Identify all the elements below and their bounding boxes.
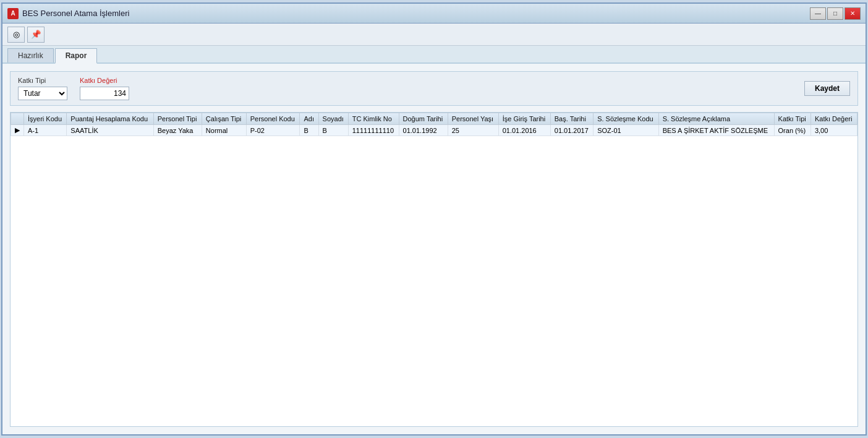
maximize-button[interactable]: □ xyxy=(827,7,843,20)
cell-calisan-tipi: Normal xyxy=(202,125,246,136)
cell-ise-giris: 01.01.2016 xyxy=(498,125,550,136)
cell-personel-kodu: P-02 xyxy=(246,125,300,136)
col-ise-giris: İşe Giriş Tarihi xyxy=(498,113,550,125)
katki-degeri-group: Katkı Değeri xyxy=(80,77,129,100)
tab-hazirlik[interactable]: Hazırlık xyxy=(7,48,54,62)
cell-soyadi: B xyxy=(318,125,348,136)
cell-katki-tipi: Oran (%) xyxy=(774,125,811,136)
content-area: Katkı Tipi Tutar Oran (%) Katkı Değeri K… xyxy=(2,64,866,434)
col-adi: Adı xyxy=(300,113,318,125)
cell-personel-tipi: Beyaz Yaka xyxy=(153,125,202,136)
title-bar: A BES Personel Atama İşlemleri — □ ✕ xyxy=(2,4,866,24)
minimize-button[interactable]: — xyxy=(810,7,826,20)
circle-icon: ◎ xyxy=(13,30,20,39)
col-soyadi: Soyadı xyxy=(318,113,348,125)
col-calisan-tipi: Çalışan Tipi xyxy=(202,113,246,125)
tabs-bar: Hazırlık Rapor xyxy=(2,46,866,64)
window-controls: — □ ✕ xyxy=(810,7,861,20)
cell-s-sozlesme-aciklama: BES A ŞİRKET AKTİF SÖZLEŞME xyxy=(658,125,774,136)
tab-rapor[interactable]: Rapor xyxy=(55,48,98,64)
data-table: İşyeri Kodu Puantaj Hesaplama Kodu Perso… xyxy=(11,113,857,136)
col-personel-kodu: Personel Kodu xyxy=(246,113,300,125)
col-tc-kimlik: TC Kimlik No xyxy=(348,113,399,125)
katki-degeri-input[interactable] xyxy=(80,87,129,100)
toolbar-circle-button[interactable]: ◎ xyxy=(7,27,25,43)
row-selector-cell: ▶ xyxy=(11,125,24,136)
toolbar: ◎ 📌 xyxy=(2,24,866,46)
pin-icon: 📌 xyxy=(31,30,41,39)
katki-tipi-label: Katkı Tipi xyxy=(18,77,67,84)
katki-tipi-select[interactable]: Tutar Oran (%) xyxy=(18,87,67,100)
cell-dogum-tarihi: 01.01.1992 xyxy=(399,125,448,136)
col-bas-tarihi: Baş. Tarihi xyxy=(550,113,593,125)
table-header-row: İşyeri Kodu Puantaj Hesaplama Kodu Perso… xyxy=(11,113,857,125)
col-s-sozlesme-kodu: S. Sözleşme Kodu xyxy=(594,113,659,125)
title-bar-left: A BES Personel Atama İşlemleri xyxy=(7,8,129,19)
cell-katki-degeri: 3,00 xyxy=(811,125,857,136)
cell-s-sozlesme-kodu: SOZ-01 xyxy=(594,125,659,136)
cell-puantaj: SAATLİK xyxy=(67,125,153,136)
katki-degeri-label: Katkı Değeri xyxy=(80,77,129,84)
cell-isyeri-kodu: A-1 xyxy=(24,125,67,136)
col-selector xyxy=(11,113,24,125)
table-row[interactable]: ▶ A-1 SAATLİK Beyaz Yaka Normal P-02 B B… xyxy=(11,125,857,136)
katki-tipi-group: Katkı Tipi Tutar Oran (%) xyxy=(18,77,67,100)
col-s-sozlesme-aciklama: S. Sözleşme Açıklama xyxy=(658,113,774,125)
cell-adi: B xyxy=(300,125,318,136)
table-container: İşyeri Kodu Puantaj Hesaplama Kodu Perso… xyxy=(10,112,858,427)
main-window: A BES Personel Atama İşlemleri — □ ✕ ◎ 📌… xyxy=(1,2,867,436)
window-title: BES Personel Atama İşlemleri xyxy=(22,9,129,18)
col-personel-yasi: Personel Yaşı xyxy=(448,113,498,125)
col-katki-tipi: Katkı Tipi xyxy=(774,113,811,125)
col-personel-tipi: Personel Tipi xyxy=(153,113,202,125)
cell-tc-kimlik: 11111111110 xyxy=(348,125,399,136)
app-icon: A xyxy=(7,8,19,19)
col-puantaj: Puantaj Hesaplama Kodu xyxy=(67,113,153,125)
close-button[interactable]: ✕ xyxy=(845,7,861,20)
cell-personel-yasi: 25 xyxy=(448,125,498,136)
col-katki-degeri: Katkı Değeri xyxy=(811,113,857,125)
toolbar-pin-button[interactable]: 📌 xyxy=(27,27,45,43)
col-isyeri-kodu: İşyeri Kodu xyxy=(24,113,67,125)
filter-bar: Katkı Tipi Tutar Oran (%) Katkı Değeri K… xyxy=(10,71,858,106)
cell-bas-tarihi: 01.01.2017 xyxy=(550,125,593,136)
col-dogum-tarihi: Doğum Tarihi xyxy=(399,113,448,125)
kaydet-button[interactable]: Kaydet xyxy=(804,81,850,96)
